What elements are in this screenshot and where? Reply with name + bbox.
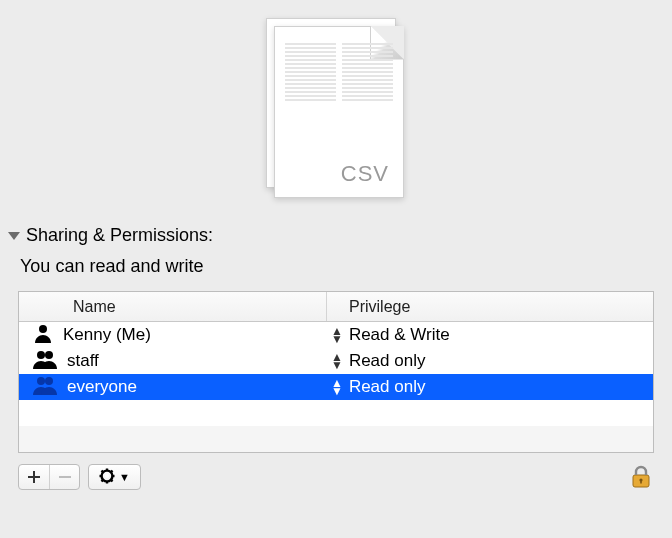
table-footer: ▼	[18, 461, 654, 493]
user-name: staff	[67, 351, 99, 371]
svg-line-15	[111, 470, 113, 472]
section-header[interactable]: Sharing & Permissions:	[0, 215, 672, 250]
permission-status: You can read and write	[0, 250, 672, 291]
privilege-label: Read only	[349, 377, 426, 397]
svg-point-1	[37, 351, 45, 359]
svg-line-16	[102, 479, 104, 481]
table-row[interactable]: staff ▲▼ Read only	[19, 348, 653, 374]
svg-line-13	[102, 470, 104, 472]
add-button[interactable]	[19, 465, 49, 489]
column-header-name[interactable]: Name	[19, 292, 327, 321]
file-type-label: CSV	[341, 161, 389, 187]
lock-button[interactable]	[628, 465, 654, 489]
updown-icon[interactable]: ▲▼	[331, 327, 343, 343]
privilege-label: Read only	[349, 351, 426, 371]
svg-point-4	[45, 377, 53, 385]
updown-icon[interactable]: ▲▼	[331, 353, 343, 369]
gear-icon	[99, 468, 115, 487]
table-row[interactable]: everyone ▲▼ Read only	[19, 374, 653, 400]
table-row[interactable]: Kenny (Me) ▲▼ Read & Write	[19, 322, 653, 348]
svg-rect-7	[59, 476, 71, 478]
chevron-down-icon: ▼	[119, 471, 130, 483]
disclosure-triangle-icon[interactable]	[8, 232, 20, 240]
column-header-privilege[interactable]: Privilege	[327, 292, 653, 321]
svg-point-2	[45, 351, 53, 359]
svg-rect-6	[28, 476, 40, 478]
action-menu-button[interactable]: ▼	[88, 464, 141, 490]
table-header: Name Privilege	[19, 292, 653, 322]
user-name: everyone	[67, 377, 137, 397]
svg-line-14	[111, 479, 113, 481]
table-row-empty	[19, 400, 653, 426]
everyone-icon	[33, 375, 57, 400]
group-icon	[33, 349, 57, 374]
section-title: Sharing & Permissions:	[26, 225, 213, 246]
user-name: Kenny (Me)	[63, 325, 151, 345]
remove-button	[49, 465, 79, 489]
updown-icon[interactable]: ▲▼	[331, 379, 343, 395]
document-icon: CSV	[266, 18, 406, 198]
svg-point-17	[105, 474, 109, 478]
table-row-empty	[19, 426, 653, 452]
privilege-label: Read & Write	[349, 325, 450, 345]
add-remove-segment	[18, 464, 80, 490]
person-icon	[33, 323, 53, 348]
svg-point-3	[37, 377, 45, 385]
svg-rect-20	[640, 480, 642, 484]
permissions-table: Name Privilege Kenny (Me) ▲▼ Read & Writ…	[18, 291, 654, 453]
svg-point-0	[39, 325, 47, 333]
file-preview: CSV	[0, 0, 672, 215]
